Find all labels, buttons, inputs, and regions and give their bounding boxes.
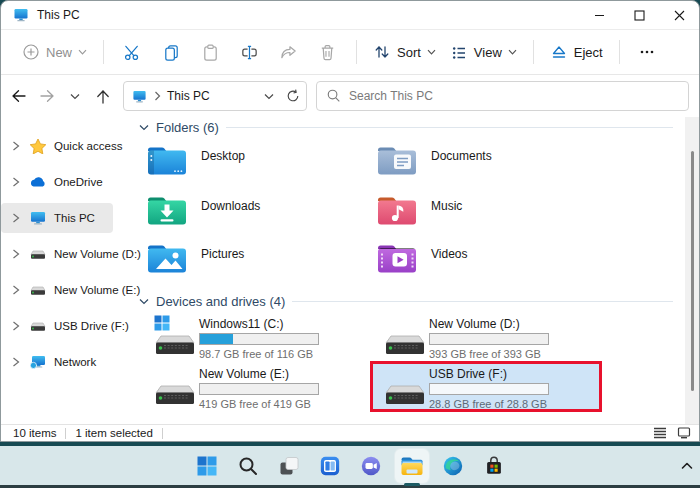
taskbar-widgets-button[interactable] [313, 449, 347, 483]
search-input[interactable] [316, 81, 689, 111]
taskbar-task-view-button[interactable] [272, 449, 306, 483]
maximize-button[interactable] [619, 1, 659, 29]
view-label: View [474, 45, 502, 60]
drive-capacity-text: 28.8 GB free of 28.8 GB [429, 398, 605, 410]
hard-drive-icon [383, 330, 427, 360]
drives-group-header[interactable]: Devices and drives (4) [139, 294, 673, 309]
documents-folder-icon [375, 143, 419, 177]
sort-button[interactable]: Sort [366, 38, 443, 66]
taskbar [0, 446, 700, 488]
taskbar-start-button[interactable] [190, 449, 224, 483]
close-button[interactable] [659, 1, 699, 29]
forward-button[interactable] [35, 83, 59, 109]
sidebar-item-quick-access[interactable]: Quick access [1, 131, 113, 161]
sidebar-item-this-pc[interactable]: This PC [1, 203, 113, 233]
sidebar-item-network[interactable]: Network [1, 347, 113, 377]
minimize-button[interactable] [579, 1, 619, 29]
sidebar-item-label: This PC [54, 212, 95, 224]
copy-button[interactable] [152, 38, 191, 67]
drive-info: USB Drive (F:) 28.8 GB free of 28.8 GB [429, 367, 605, 410]
drive-tile-windows11-c[interactable]: Windows11 (C:) 98.7 GB free of 116 GB [153, 317, 375, 363]
status-bar: 10 items 1 item selected [1, 424, 699, 441]
drive-name: USB Drive (F:) [429, 367, 605, 381]
toolbar-separator [619, 40, 620, 64]
paste-icon [201, 43, 220, 62]
scrollbar-thumb[interactable] [691, 151, 694, 391]
drives-group-title: Devices and drives (4) [156, 294, 285, 309]
share-button[interactable] [269, 38, 308, 67]
large-icons-view-icon[interactable] [677, 427, 691, 439]
sidebar-item-usb-drive-f[interactable]: USB Drive (F:) [1, 311, 113, 341]
folder-tile-videos[interactable]: Videos [375, 241, 595, 279]
chevron-down-icon [427, 49, 436, 55]
windows-logo-icon [154, 315, 170, 331]
vertical-scrollbar[interactable] [685, 117, 699, 424]
windows-start-icon [196, 455, 218, 477]
taskbar-chat-button[interactable] [354, 449, 388, 483]
sidebar-item-new-volume-d[interactable]: New Volume (D:) [1, 239, 113, 269]
search-icon [237, 455, 259, 477]
address-dropdown-icon[interactable] [264, 93, 274, 100]
taskbar-file-explorer-button[interactable] [395, 449, 429, 483]
view-button[interactable]: View [443, 38, 524, 66]
breadcrumb-bar[interactable]: This PC [123, 81, 307, 111]
trash-icon [318, 43, 337, 62]
folder-tile-music[interactable]: Music [375, 193, 595, 231]
sidebar-item-new-volume-e[interactable]: New Volume (E:) [1, 275, 113, 305]
this-pc-icon [13, 7, 29, 23]
task-view-icon [278, 455, 300, 477]
desktop-folder-icon [145, 143, 189, 177]
chevron-right-icon [11, 321, 21, 331]
new-label: New [46, 45, 72, 60]
drive-tile-new-volume-d[interactable]: New Volume (D:) 393 GB free of 393 GB [383, 317, 605, 363]
back-button[interactable] [7, 83, 31, 109]
up-button[interactable] [91, 83, 115, 109]
view-icon [450, 43, 468, 61]
folder-tile-downloads[interactable]: Downloads [145, 193, 365, 231]
drive-tile-usb-drive-f[interactable]: USB Drive (F:) 28.8 GB free of 28.8 GB [383, 367, 605, 413]
eject-button[interactable]: Eject [543, 38, 610, 66]
new-button[interactable]: New [15, 38, 94, 66]
microsoft-store-icon [483, 455, 505, 477]
chat-icon [360, 455, 382, 477]
drive-name: New Volume (D:) [429, 317, 605, 331]
drive-capacity-text: 98.7 GB free of 116 GB [199, 348, 375, 360]
this-pc-icon [132, 89, 147, 104]
drive-name: Windows11 (C:) [199, 317, 375, 331]
show-hidden-icons-chevron[interactable] [680, 460, 694, 472]
chevron-down-icon [508, 49, 517, 55]
cut-button[interactable] [113, 38, 152, 67]
breadcrumb-location: This PC [167, 89, 210, 103]
hard-drive-icon [153, 330, 197, 360]
folder-name: Pictures [201, 247, 244, 279]
view-toggles [653, 427, 691, 439]
chevron-right-icon [11, 141, 21, 151]
taskbar-store-button[interactable] [477, 449, 511, 483]
details-view-icon[interactable] [653, 427, 667, 439]
delete-button[interactable] [308, 38, 347, 67]
recent-locations-button[interactable] [63, 83, 87, 109]
search-container [316, 81, 689, 111]
paste-button[interactable] [191, 38, 230, 67]
share-icon [279, 43, 298, 62]
drive-info: New Volume (D:) 393 GB free of 393 GB [429, 317, 605, 360]
copy-icon [162, 43, 181, 62]
drive-capacity-bar [429, 383, 549, 395]
chevron-right-icon [11, 177, 21, 187]
see-more-button[interactable] [629, 39, 665, 65]
folders-group-header[interactable]: Folders (6) [139, 120, 673, 135]
rename-button[interactable] [230, 38, 269, 67]
navigation-pane: Quick access OneDrive Th [1, 117, 113, 424]
folder-tile-documents[interactable]: Documents [375, 143, 595, 181]
sidebar-item-onedrive[interactable]: OneDrive [1, 167, 113, 197]
folder-tile-desktop[interactable]: Desktop [145, 143, 365, 181]
drive-tile-new-volume-e[interactable]: New Volume (E:) 419 GB free of 419 GB [153, 367, 375, 413]
drive-icon [29, 246, 47, 262]
refresh-icon[interactable] [286, 89, 300, 103]
folder-name: Music [431, 199, 462, 231]
folder-tile-pictures[interactable]: Pictures [145, 241, 365, 279]
toolbar-separator [103, 40, 104, 64]
taskbar-edge-button[interactable] [436, 449, 470, 483]
chevron-right-icon [11, 249, 21, 259]
taskbar-search-button[interactable] [231, 449, 265, 483]
